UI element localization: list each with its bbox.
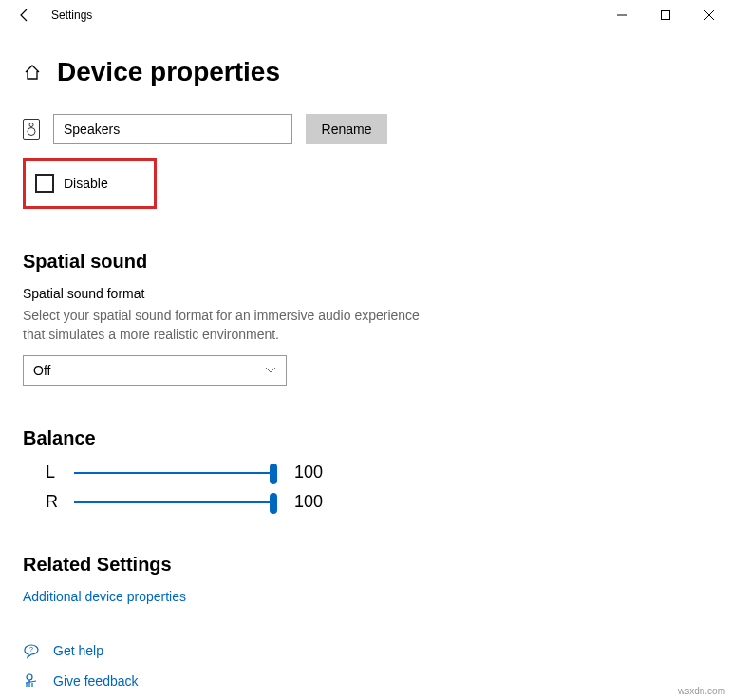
svg-point-5 <box>27 674 32 680</box>
spatial-format-value: Off <box>33 363 50 378</box>
slider-thumb[interactable] <box>270 464 277 484</box>
spatial-sound-heading: Spatial sound <box>23 251 708 273</box>
svg-rect-1 <box>662 11 670 20</box>
rename-button[interactable]: Rename <box>306 114 387 144</box>
spatial-format-select[interactable]: Off <box>23 355 287 386</box>
minimize-button[interactable] <box>600 0 644 30</box>
close-button[interactable] <box>687 0 731 30</box>
maximize-button[interactable] <box>644 0 687 30</box>
home-icon[interactable] <box>23 63 42 82</box>
balance-right-value: 100 <box>294 492 323 512</box>
chevron-down-icon <box>265 367 276 374</box>
watermark: wsxdn.com <box>678 686 725 696</box>
spatial-format-label: Spatial sound format <box>23 286 708 301</box>
related-settings-heading: Related Settings <box>23 554 708 576</box>
device-name-input[interactable] <box>53 114 292 144</box>
additional-device-properties-link[interactable]: Additional device properties <box>23 589 708 604</box>
balance-left-slider[interactable] <box>74 472 273 474</box>
window-title: Settings <box>44 9 92 22</box>
back-button[interactable] <box>6 0 44 30</box>
page-title: Device properties <box>57 57 280 87</box>
balance-heading: Balance <box>23 427 708 449</box>
give-feedback-link[interactable]: Give feedback <box>53 673 139 689</box>
disable-highlight: Disable <box>23 158 157 209</box>
disable-label: Disable <box>64 176 108 191</box>
chat-help-icon: ? <box>23 642 40 659</box>
balance-left-label: L <box>46 463 59 482</box>
svg-text:?: ? <box>29 646 33 653</box>
feedback-icon <box>23 672 40 690</box>
disable-checkbox[interactable] <box>35 174 54 193</box>
balance-left-value: 100 <box>294 463 323 482</box>
spatial-description: Select your spatial sound format for an … <box>23 307 440 344</box>
get-help-link[interactable]: Get help <box>53 643 103 658</box>
balance-right-slider[interactable] <box>74 501 273 503</box>
speaker-icon <box>23 119 40 140</box>
slider-thumb[interactable] <box>270 493 277 514</box>
balance-right-label: R <box>46 492 59 512</box>
